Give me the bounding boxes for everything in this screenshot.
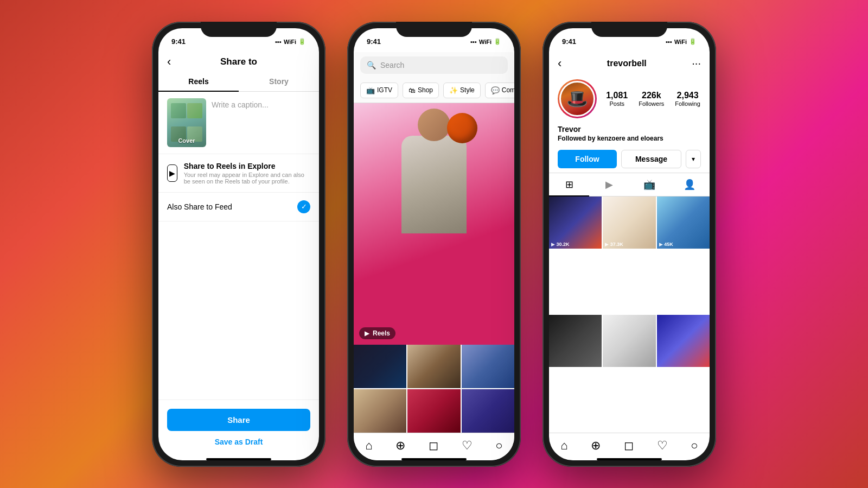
pnav-grid[interactable]: ⊞ bbox=[549, 173, 589, 196]
following-count: 2,943 bbox=[675, 91, 700, 100]
categories-row: 📺 IGTV 🛍 Shop ✨ Style 💬 Comics 🎬 T bbox=[354, 78, 514, 103]
nav-heart-2[interactable]: ♡ bbox=[462, 439, 473, 453]
pnav-tagged[interactable]: 👤 bbox=[669, 173, 710, 196]
comics-label: Comics bbox=[502, 86, 514, 94]
tab-reels[interactable]: Reels bbox=[158, 72, 239, 91]
photo-cell-1[interactable]: ▶ 30.2K bbox=[549, 197, 602, 249]
photo-cell-4[interactable] bbox=[549, 315, 602, 367]
pnav-igtv[interactable]: 📺 bbox=[629, 173, 669, 196]
thumb-6[interactable] bbox=[462, 389, 514, 433]
search-icon: 🔍 bbox=[367, 61, 376, 69]
also-share-check[interactable]: ✓ bbox=[297, 200, 310, 213]
reels-badge: ▶ Reels bbox=[359, 327, 395, 339]
notch-3 bbox=[591, 22, 667, 37]
profile-header: ‹ trevorbell ··· bbox=[549, 52, 710, 75]
following-stat[interactable]: 2,943 Following bbox=[675, 91, 700, 107]
thumb-3[interactable] bbox=[462, 345, 514, 388]
followed-by-text: Followed by kenzoere and eloears bbox=[558, 135, 701, 142]
profile-buttons: Follow Message ▾ bbox=[549, 145, 710, 173]
message-button[interactable]: Message bbox=[621, 150, 681, 168]
category-comics[interactable]: 💬 Comics bbox=[485, 83, 514, 98]
photo-cell-3[interactable]: ▶ 45K bbox=[657, 197, 710, 249]
thumb-1[interactable] bbox=[354, 345, 406, 388]
nav-home-2[interactable]: ⌂ bbox=[365, 439, 372, 453]
pnav-reels[interactable]: ▶ bbox=[589, 173, 629, 196]
photo-cell-5[interactable] bbox=[603, 315, 655, 367]
cover-label: Cover bbox=[178, 137, 195, 144]
photo-cell-2[interactable]: ▶ 37.3K bbox=[603, 197, 655, 249]
share-button[interactable]: Share bbox=[167, 409, 310, 431]
igtv-icon: 📺 bbox=[366, 86, 375, 94]
category-igtv[interactable]: 📺 IGTV bbox=[360, 83, 398, 98]
stat-3: 45K bbox=[664, 242, 673, 247]
reels-option-icon: ▶ bbox=[167, 164, 177, 182]
reels-badge-icon: ▶ bbox=[365, 329, 369, 337]
followers-stat[interactable]: 226k Followers bbox=[639, 91, 664, 107]
home-bar-2 bbox=[401, 458, 467, 460]
explore-title: Share to Reels in Explore bbox=[184, 162, 310, 170]
more-options-icon[interactable]: ··· bbox=[692, 57, 701, 69]
posts-label: Posts bbox=[606, 100, 628, 107]
dropdown-button[interactable]: ▾ bbox=[686, 150, 701, 168]
profile-name: Trevor bbox=[558, 125, 701, 134]
category-style[interactable]: ✨ Style bbox=[443, 83, 481, 98]
followers-label: Followers bbox=[639, 100, 664, 107]
thumb-5[interactable] bbox=[407, 389, 460, 433]
search-label: Search bbox=[380, 61, 404, 69]
profile-name-section: Trevor Followed by kenzoere and eloears bbox=[549, 123, 710, 145]
posts-stat: 1,081 Posts bbox=[606, 91, 628, 107]
nav-home-3[interactable]: ⌂ bbox=[560, 439, 567, 453]
followers-count: 226k bbox=[639, 91, 664, 100]
status-icons-3: ▪▪▪ WiFi 🔋 bbox=[666, 38, 697, 45]
style-icon: ✨ bbox=[449, 86, 458, 94]
also-share-row[interactable]: Also Share to Feed ✓ bbox=[158, 193, 319, 221]
profile-back-button[interactable]: ‹ bbox=[558, 56, 561, 71]
save-draft-button[interactable]: Save as Draft bbox=[167, 438, 310, 446]
profile-stats: 1,081 Posts 226k Followers 2,943 Followi… bbox=[605, 91, 701, 107]
notch-1 bbox=[201, 22, 277, 37]
nav-profile-3[interactable]: ○ bbox=[691, 439, 698, 453]
cover-thumbnail[interactable]: Cover bbox=[167, 98, 206, 147]
back-button[interactable]: ‹ bbox=[167, 55, 171, 69]
notch-2 bbox=[396, 22, 472, 37]
nav-add-2[interactable]: ◻ bbox=[429, 439, 438, 453]
photo-cell-6[interactable] bbox=[657, 315, 710, 367]
also-share-label: Also Share to Feed bbox=[167, 202, 232, 211]
search-section: 🔍 Search bbox=[354, 52, 514, 78]
nav-profile-2[interactable]: ○ bbox=[495, 439, 502, 453]
stat-2: 37.3K bbox=[610, 242, 623, 247]
follower2[interactable]: eloears bbox=[641, 135, 663, 142]
reels-feature-area[interactable]: ▶ Reels bbox=[354, 103, 514, 345]
wifi-icon: WiFi bbox=[284, 39, 296, 45]
nav-search-3[interactable]: ⊕ bbox=[591, 439, 601, 453]
phone-1: 9:41 ▪▪▪ WiFi 🔋 ‹ Share to Reels Story bbox=[152, 22, 326, 467]
battery-icon-3: 🔋 bbox=[689, 38, 697, 45]
avatar-image: 🎩 bbox=[566, 88, 588, 109]
and-separator: and bbox=[627, 135, 641, 142]
play-icon-3: ▶ 45K bbox=[659, 242, 673, 247]
caption-area: Cover Write a caption... bbox=[158, 92, 319, 154]
share-title: Share to bbox=[220, 56, 257, 67]
signal-icon-3: ▪▪▪ bbox=[666, 39, 672, 45]
follower1[interactable]: kenzoere bbox=[597, 135, 626, 142]
nav-search-2[interactable]: ⊕ bbox=[395, 439, 405, 453]
status-icons-2: ▪▪▪ WiFi 🔋 bbox=[470, 38, 501, 45]
comics-icon: 💬 bbox=[491, 86, 500, 94]
username-label: trevorbell bbox=[607, 59, 647, 68]
thumb-4[interactable] bbox=[354, 389, 406, 433]
nav-add-3[interactable]: ◻ bbox=[624, 439, 634, 453]
tab-story[interactable]: Story bbox=[239, 72, 319, 91]
nav-heart-3[interactable]: ♡ bbox=[657, 439, 668, 453]
style-label: Style bbox=[460, 86, 475, 94]
category-shop[interactable]: 🛍 Shop bbox=[403, 83, 439, 98]
signal-icon-2: ▪▪▪ bbox=[470, 39, 477, 45]
phone1-footer: Share Save as Draft bbox=[158, 400, 319, 455]
follow-button[interactable]: Follow bbox=[558, 150, 617, 168]
thumb-2[interactable] bbox=[407, 345, 460, 388]
search-bar[interactable]: 🔍 Search bbox=[360, 56, 508, 74]
play-icon-2: ▶ 37.3K bbox=[605, 242, 623, 247]
profile-info: 🎩 1,081 Posts 226k Followers 2,943 Follo… bbox=[549, 75, 710, 123]
profile-nav: ⊞ ▶ 📺 👤 bbox=[549, 173, 710, 197]
caption-input[interactable]: Write a caption... bbox=[212, 98, 310, 147]
share-to-explore-option[interactable]: ▶ Share to Reels in Explore Your reel ma… bbox=[158, 154, 319, 193]
